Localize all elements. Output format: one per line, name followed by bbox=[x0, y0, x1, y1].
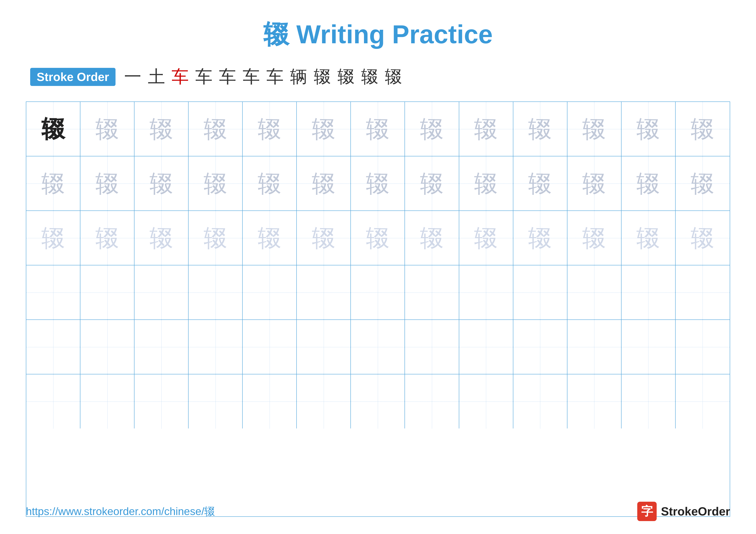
cell-6-12[interactable] bbox=[622, 374, 676, 428]
stroke-10: 辍 bbox=[338, 65, 355, 89]
stroke-9: 辍 bbox=[314, 65, 331, 89]
char-light2: 辍 bbox=[41, 226, 65, 250]
cell-6-11[interactable] bbox=[567, 374, 622, 428]
cell-1-1[interactable]: 辍 bbox=[26, 102, 80, 156]
grid-row-2: 辍 辍 辍 辍 辍 辍 辍 辍 辍 辍 辍 辍 辍 bbox=[26, 156, 730, 211]
cell-1-3[interactable]: 辍 bbox=[134, 102, 189, 156]
cell-3-2[interactable]: 辍 bbox=[80, 211, 134, 265]
char-light1: 辍 bbox=[204, 117, 228, 141]
cell-5-2[interactable] bbox=[80, 320, 134, 374]
char-light1: 辍 bbox=[95, 117, 119, 141]
cell-3-13[interactable]: 辍 bbox=[676, 211, 730, 265]
cell-2-4[interactable]: 辍 bbox=[189, 156, 243, 211]
cell-4-2[interactable] bbox=[80, 266, 134, 319]
cell-2-3[interactable]: 辍 bbox=[134, 156, 189, 211]
stroke-8: 辆 bbox=[290, 65, 307, 89]
char-dark: 辍 bbox=[41, 117, 65, 141]
cell-1-13[interactable]: 辍 bbox=[676, 102, 730, 156]
stroke-chars: 一 土 车 车 车 车 车 辆 辍 辍 辍 辍 bbox=[124, 65, 402, 89]
cell-2-11[interactable]: 辍 bbox=[567, 156, 622, 211]
cell-3-6[interactable]: 辍 bbox=[297, 211, 351, 265]
cell-6-6[interactable] bbox=[297, 374, 351, 428]
cell-1-2[interactable]: 辍 bbox=[80, 102, 134, 156]
cell-2-13[interactable]: 辍 bbox=[676, 156, 730, 211]
cell-5-7[interactable] bbox=[351, 320, 405, 374]
cell-4-7[interactable] bbox=[351, 266, 405, 319]
cell-4-6[interactable] bbox=[297, 266, 351, 319]
cell-5-10[interactable] bbox=[513, 320, 567, 374]
practice-grid[interactable]: 辍 辍 辍 辍 辍 辍 辍 辍 辍 辍 辍 辍 辍 辍 辍 辍 辍 辍 辍 辍 … bbox=[26, 101, 730, 517]
cell-6-4[interactable] bbox=[189, 374, 243, 428]
cell-6-1[interactable] bbox=[26, 374, 80, 428]
cell-4-9[interactable] bbox=[459, 266, 513, 319]
char-light2: 辍 bbox=[636, 226, 660, 250]
cell-5-5[interactable] bbox=[243, 320, 297, 374]
cell-2-10[interactable]: 辍 bbox=[513, 156, 567, 211]
cell-6-9[interactable] bbox=[459, 374, 513, 428]
cell-3-12[interactable]: 辍 bbox=[622, 211, 676, 265]
char-light1: 辍 bbox=[528, 172, 552, 195]
cell-2-5[interactable]: 辍 bbox=[243, 156, 297, 211]
cell-5-8[interactable] bbox=[405, 320, 459, 374]
char-light1: 辍 bbox=[691, 172, 715, 195]
cell-1-12[interactable]: 辍 bbox=[622, 102, 676, 156]
cell-1-8[interactable]: 辍 bbox=[405, 102, 459, 156]
char-light2: 辍 bbox=[258, 226, 282, 250]
cell-5-1[interactable] bbox=[26, 320, 80, 374]
cell-1-9[interactable]: 辍 bbox=[459, 102, 513, 156]
cell-4-10[interactable] bbox=[513, 266, 567, 319]
cell-5-13[interactable] bbox=[676, 320, 730, 374]
cell-2-7[interactable]: 辍 bbox=[351, 156, 405, 211]
cell-4-4[interactable] bbox=[189, 266, 243, 319]
cell-3-9[interactable]: 辍 bbox=[459, 211, 513, 265]
cell-5-11[interactable] bbox=[567, 320, 622, 374]
cell-1-11[interactable]: 辍 bbox=[567, 102, 622, 156]
cell-3-1[interactable]: 辍 bbox=[26, 211, 80, 265]
cell-2-1[interactable]: 辍 bbox=[26, 156, 80, 211]
cell-6-10[interactable] bbox=[513, 374, 567, 428]
cell-4-1[interactable] bbox=[26, 266, 80, 319]
cell-3-10[interactable]: 辍 bbox=[513, 211, 567, 265]
cell-3-11[interactable]: 辍 bbox=[567, 211, 622, 265]
cell-4-3[interactable] bbox=[134, 266, 189, 319]
cell-4-11[interactable] bbox=[567, 266, 622, 319]
cell-2-9[interactable]: 辍 bbox=[459, 156, 513, 211]
cell-1-5[interactable]: 辍 bbox=[243, 102, 297, 156]
cell-5-3[interactable] bbox=[134, 320, 189, 374]
cell-5-9[interactable] bbox=[459, 320, 513, 374]
cell-3-8[interactable]: 辍 bbox=[405, 211, 459, 265]
cell-6-13[interactable] bbox=[676, 374, 730, 428]
cell-3-5[interactable]: 辍 bbox=[243, 211, 297, 265]
char-light1: 辍 bbox=[204, 172, 228, 195]
char-light1: 辍 bbox=[149, 117, 173, 141]
cell-4-12[interactable] bbox=[622, 266, 676, 319]
cell-3-7[interactable]: 辍 bbox=[351, 211, 405, 265]
cell-1-7[interactable]: 辍 bbox=[351, 102, 405, 156]
char-light1: 辍 bbox=[691, 117, 715, 141]
cell-2-2[interactable]: 辍 bbox=[80, 156, 134, 211]
stroke-4: 车 bbox=[195, 65, 212, 89]
cell-2-6[interactable]: 辍 bbox=[297, 156, 351, 211]
cell-5-4[interactable] bbox=[189, 320, 243, 374]
cell-3-3[interactable]: 辍 bbox=[134, 211, 189, 265]
cell-1-4[interactable]: 辍 bbox=[189, 102, 243, 156]
cell-4-13[interactable] bbox=[676, 266, 730, 319]
cell-6-5[interactable] bbox=[243, 374, 297, 428]
cell-4-5[interactable] bbox=[243, 266, 297, 319]
footer-brand: 字 StrokeOrder bbox=[637, 502, 730, 521]
cell-6-8[interactable] bbox=[405, 374, 459, 428]
cell-6-3[interactable] bbox=[134, 374, 189, 428]
cell-3-4[interactable]: 辍 bbox=[189, 211, 243, 265]
cell-4-8[interactable] bbox=[405, 266, 459, 319]
char-light1: 辍 bbox=[312, 172, 336, 195]
cell-6-2[interactable] bbox=[80, 374, 134, 428]
cell-1-10[interactable]: 辍 bbox=[513, 102, 567, 156]
cell-2-8[interactable]: 辍 bbox=[405, 156, 459, 211]
cell-1-6[interactable]: 辍 bbox=[297, 102, 351, 156]
char-light2: 辍 bbox=[149, 226, 173, 250]
cell-2-12[interactable]: 辍 bbox=[622, 156, 676, 211]
stroke-order-row: Stroke Order 一 土 车 车 车 车 车 辆 辍 辍 辍 辍 bbox=[26, 65, 730, 89]
cell-6-7[interactable] bbox=[351, 374, 405, 428]
cell-5-12[interactable] bbox=[622, 320, 676, 374]
cell-5-6[interactable] bbox=[297, 320, 351, 374]
